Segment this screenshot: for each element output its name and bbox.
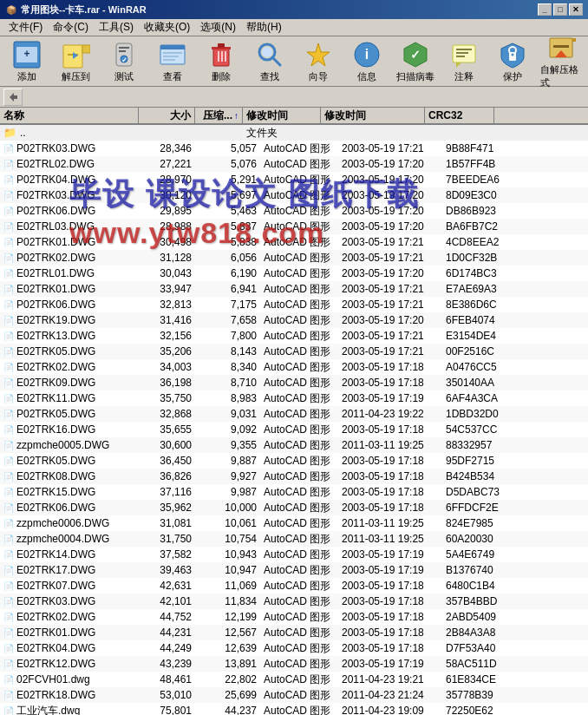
menu-favorites[interactable]: 收藏夹(O) [139, 18, 195, 36]
view-button[interactable]: 查看 [149, 39, 196, 84]
file-name: 📄02FCVH01.dwg [0, 673, 139, 685]
file-comp: 9,927 [195, 470, 260, 482]
table-row[interactable]: 📄E02TRK09.DWG 36,198 8,710 AutoCAD 图形 20… [0, 375, 588, 390]
table-row[interactable]: 📄P02TRK02.DWG 31,128 6,056 AutoCAD 图形 20… [0, 250, 588, 266]
col-header-crc[interactable]: CRC32 [425, 108, 494, 123]
menu-command[interactable]: 命令(C) [48, 18, 94, 36]
file-comp: 11,069 [195, 580, 260, 592]
close-button[interactable]: ✕ [569, 3, 583, 16]
table-row[interactable]: 📄P02TRK01.DWG 30,498 5,838 AutoCAD 图形 20… [0, 234, 588, 250]
file-size: 30,600 [139, 439, 195, 451]
add-label: 添加 [17, 70, 36, 83]
table-row[interactable]: 📄E02TRK18.DWG 53,010 25,699 AutoCAD 图形 2… [0, 687, 588, 703]
wizard-button[interactable]: 向导 [295, 39, 342, 84]
table-row[interactable]: 📄E02TRK05.DWG 35,206 8,143 AutoCAD 图形 20… [0, 344, 588, 359]
table-row[interactable]: 📄E02TRK11.DWG 35,750 8,983 AutoCAD 图形 20… [0, 390, 588, 406]
table-row[interactable]: 📄E02TRK04.DWG 44,249 12,639 AutoCAD 图形 2… [0, 640, 588, 656]
col-header-modified[interactable]: 修改时间 [321, 108, 425, 123]
table-row[interactable]: 📄zzpmche0005.DWG 30,600 9,355 AutoCAD 图形… [0, 437, 588, 453]
find-button[interactable]: 查找 [246, 39, 293, 84]
table-row[interactable]: 📄P02TRK05.DWG 32,868 9,031 AutoCAD 图形 20… [0, 406, 588, 422]
extract-button[interactable]: 解压到 [52, 39, 99, 84]
scan-button[interactable]: ✓ 扫描病毒 [392, 39, 439, 84]
table-row[interactable]: 📄E02TRL03.DWG 28,988 5,837 AutoCAD 图形 20… [0, 219, 588, 234]
info-button[interactable]: i 信息 [343, 39, 390, 84]
table-row[interactable]: 📄zzpmche0006.DWG 31,081 10,061 AutoCAD 图… [0, 515, 588, 531]
file-name: 📄P02TRK06.DWG [0, 205, 139, 217]
table-row[interactable]: 📄P02TRK06.DWG 29,895 5,463 AutoCAD 图形 20… [0, 203, 588, 219]
table-row[interactable]: 📄E02TRK15.DWG 37,116 9,987 AutoCAD 图形 20… [0, 484, 588, 500]
table-row[interactable]: 📄E02TRK13.DWG 32,156 7,800 AutoCAD 图形 20… [0, 328, 588, 344]
table-row[interactable]: 📄P02TRK06.DWG 32,813 7,175 AutoCAD 图形 20… [0, 297, 588, 312]
file-comp: 9,987 [195, 486, 260, 498]
file-crc: A0476CC5 [442, 361, 512, 373]
file-crc: B1376740 [442, 564, 512, 576]
table-row[interactable]: 📄E02TRL02.DWG 27,221 5,076 AutoCAD 图形 20… [0, 156, 588, 172]
back-button[interactable] [3, 89, 23, 106]
file-type: AutoCAD 图形 [260, 704, 338, 716]
file-size: 43,239 [139, 658, 195, 670]
table-row[interactable]: 📄E02TRK07.DWG 42,631 11,069 AutoCAD 图形 2… [0, 578, 588, 594]
scan-label: 扫描病毒 [396, 70, 434, 83]
file-size: 42,101 [139, 595, 195, 607]
file-comp: 12,639 [195, 642, 260, 654]
test-button[interactable]: ✓ 测试 [101, 39, 147, 84]
table-row[interactable]: 📄E02TRK12.DWG 43,239 13,891 AutoCAD 图形 2… [0, 656, 588, 672]
file-name: 📄E02TRL02.DWG [0, 158, 139, 170]
file-type: AutoCAD 图形 [260, 157, 338, 172]
file-crc: 6480C1B4 [442, 580, 512, 592]
table-row[interactable]: 📄工业汽车.dwg 75,801 44,237 AutoCAD 图形 2011-… [0, 703, 588, 715]
table-row[interactable]: 📄E02TRK19.DWG 31,416 7,658 AutoCAD 图形 20… [0, 312, 588, 328]
table-row[interactable]: 📄E02TRK02.DWG 34,003 8,340 AutoCAD 图形 20… [0, 359, 588, 375]
menu-help[interactable]: 帮助(H) [241, 18, 287, 36]
minimize-button[interactable]: _ [538, 3, 552, 16]
table-row[interactable]: 📄zzpmche0004.DWG 31,750 10,754 AutoCAD 图… [0, 531, 588, 547]
menu-file[interactable]: 文件(F) [3, 18, 48, 36]
file-name: 📄E02TRK11.DWG [0, 392, 139, 404]
file-type: AutoCAD 图形 [260, 376, 338, 390]
table-row[interactable]: 📄E02TRK02.DWG 44,752 12,199 AutoCAD 图形 2… [0, 609, 588, 625]
comment-button[interactable]: 注释 [441, 39, 487, 84]
selfextract-label: 自解压格式 [540, 63, 582, 89]
protect-button[interactable]: 保护 [489, 39, 536, 84]
col-header-type[interactable]: 修改时间 [243, 108, 321, 123]
table-row[interactable]: 📄E02TRK06.DWG 35,962 10,000 AutoCAD 图形 2… [0, 500, 588, 515]
table-row[interactable]: 📄P02TRK03.DWG 28,346 5,057 AutoCAD 图形 20… [0, 141, 588, 156]
file-type: AutoCAD 图形 [260, 251, 338, 266]
table-row[interactable]: 📄E02TRL01.DWG 30,043 6,190 AutoCAD 图形 20… [0, 266, 588, 281]
table-row[interactable]: 📄E02TRK08.DWG 36,826 9,927 AutoCAD 图形 20… [0, 469, 588, 484]
file-comp: 13,891 [195, 658, 260, 670]
file-modified: 2003-05-19 17:21 [338, 236, 442, 248]
folder-row[interactable]: 📁.. 文件夹 [0, 125, 588, 141]
svg-rect-9 [119, 47, 129, 49]
maximize-button[interactable]: □ [553, 3, 567, 16]
table-row[interactable]: 📄E02TRK14.DWG 37,582 10,943 AutoCAD 图形 2… [0, 547, 588, 562]
add-button[interactable]: + 添加 [3, 39, 50, 84]
svg-line-26 [272, 57, 280, 65]
file-name: 📄E02TRK17.DWG [0, 564, 139, 576]
table-row[interactable]: 📄F02TRK03.DWG 30,120 5,697 AutoCAD 图形 20… [0, 187, 588, 203]
file-comp: 10,061 [195, 517, 260, 529]
table-row[interactable]: 📄E02TRK03.DWG 42,101 11,834 AutoCAD 图形 2… [0, 594, 588, 609]
col-header-name[interactable]: 名称 [0, 108, 139, 123]
menu-options[interactable]: 选项(N) [195, 18, 241, 36]
table-row[interactable]: 📄E02TRK17.DWG 39,463 10,947 AutoCAD 图形 2… [0, 562, 588, 578]
delete-button[interactable]: 删除 [198, 39, 245, 84]
file-type: AutoCAD 图形 [260, 266, 338, 281]
table-row[interactable]: 📄02FCVH01.dwg 48,461 22,802 AutoCAD 图形 2… [0, 672, 588, 687]
table-row[interactable]: 📄E02TRK16.DWG 35,655 9,092 AutoCAD 图形 20… [0, 422, 588, 437]
menu-tools[interactable]: 工具(S) [94, 18, 139, 36]
table-row[interactable]: 📄E02TRK01.DWG 44,231 12,567 AutoCAD 图形 2… [0, 625, 588, 640]
selfextract-button[interactable]: 自解压格式 [538, 39, 585, 84]
file-modified: 2011-04-23 19:21 [338, 673, 442, 685]
wizard-label: 向导 [309, 70, 328, 83]
table-row[interactable]: 📄E02TRK01.DWG 33,947 6,941 AutoCAD 图形 20… [0, 281, 588, 297]
file-size: 30,120 [139, 189, 195, 201]
svg-rect-22 [221, 51, 223, 62]
col-header-size[interactable]: 大小 [139, 108, 195, 123]
title-bar-buttons: _ □ ✕ [538, 3, 583, 16]
table-row[interactable]: 📄E02TRK05.DWG 36,450 9,887 AutoCAD 图形 20… [0, 453, 588, 469]
table-row[interactable]: 📄P02TRK04.DWG 28,970 5,291 AutoCAD 图形 20… [0, 172, 588, 187]
file-size: 29,895 [139, 205, 195, 217]
col-header-comp[interactable]: 压缩... ↑ [195, 108, 243, 123]
